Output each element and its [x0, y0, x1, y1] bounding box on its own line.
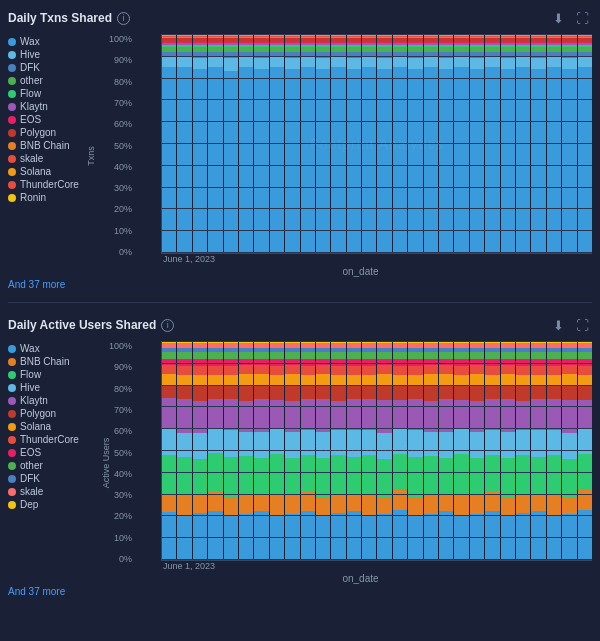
chart2-x-first-label: June 1, 2023	[161, 561, 215, 571]
list-item	[454, 400, 468, 429]
list-item	[501, 374, 515, 385]
list-item	[454, 352, 468, 359]
list-item	[224, 352, 238, 359]
list-item	[454, 375, 468, 386]
list-item	[470, 359, 484, 366]
list-item	[347, 457, 361, 493]
table-row	[331, 34, 345, 253]
list-item	[254, 399, 268, 432]
legend-item: EOS	[8, 447, 103, 458]
legend-item: ThunderCore	[8, 179, 103, 190]
legend-item: Flow	[8, 369, 103, 380]
charts-divider	[8, 302, 592, 303]
list-item	[408, 366, 422, 375]
list-item	[454, 429, 468, 454]
list-item	[470, 458, 484, 496]
list-item	[301, 359, 315, 366]
list-item	[331, 493, 345, 513]
list-item	[316, 516, 330, 560]
table-row	[177, 341, 191, 560]
list-item	[454, 386, 468, 400]
list-item	[485, 455, 499, 491]
list-item	[177, 352, 191, 359]
chart2-legend: WaxBNB ChainFlowHiveKlaytnPolygonSolanaT…	[8, 341, 103, 584]
list-item	[224, 375, 238, 386]
table-row	[162, 341, 176, 560]
legend-dot	[8, 129, 16, 137]
chart2-and-more[interactable]: And 37 more	[8, 584, 592, 601]
list-item	[393, 510, 407, 560]
list-item	[547, 455, 561, 495]
legend-label: Solana	[20, 166, 51, 177]
chart1-and-more[interactable]: And 37 more	[8, 277, 592, 294]
list-item	[208, 453, 222, 491]
list-item	[270, 454, 284, 495]
legend-label: Polygon	[20, 408, 56, 419]
list-item	[362, 430, 376, 455]
list-item	[377, 497, 391, 515]
list-item	[193, 433, 207, 460]
chart2-expand-icon[interactable]: ⛶	[572, 315, 592, 335]
list-item	[177, 515, 191, 560]
chart1-area: WaxHiveDFKotherFlowKlaytnEOSPolygonBNB C…	[8, 34, 592, 277]
table-row	[239, 341, 253, 560]
chart2-download-icon[interactable]: ⬇	[548, 315, 568, 335]
list-item	[393, 429, 407, 454]
list-item	[285, 458, 299, 496]
chart1-download-icon[interactable]: ⬇	[548, 8, 568, 28]
table-row	[531, 341, 545, 560]
list-item	[562, 385, 576, 400]
legend-item: DFK	[8, 62, 103, 73]
list-item	[239, 374, 253, 385]
list-item	[531, 375, 545, 386]
list-item	[301, 67, 315, 253]
list-item	[531, 430, 545, 457]
list-item	[377, 400, 391, 433]
list-item	[347, 58, 361, 69]
list-item	[254, 359, 268, 366]
chart1-expand-icon[interactable]: ⛶	[572, 8, 592, 28]
list-item	[424, 514, 438, 560]
table-row	[377, 34, 391, 253]
list-item	[516, 455, 530, 493]
chart2-x-axis-row: June 1, 2023	[161, 561, 592, 571]
list-item	[485, 67, 499, 253]
list-item	[331, 430, 345, 455]
list-item	[162, 374, 176, 385]
legend-dot	[8, 181, 16, 189]
list-item	[270, 400, 284, 429]
list-item	[177, 433, 191, 458]
list-item	[470, 69, 484, 253]
list-item	[177, 359, 191, 366]
list-item	[177, 386, 191, 399]
legend-label: Flow	[20, 88, 41, 99]
list-item	[224, 71, 238, 253]
list-item	[377, 365, 391, 374]
legend-label: Polygon	[20, 127, 56, 138]
list-item	[224, 430, 238, 457]
list-item	[439, 385, 453, 398]
list-item	[301, 430, 315, 455]
legend-item: Dep	[8, 499, 103, 510]
legend-dot	[8, 358, 16, 366]
list-item	[439, 432, 453, 459]
list-item	[424, 365, 438, 374]
table-row	[208, 341, 222, 560]
legend-label: Dep	[20, 499, 38, 510]
list-item	[224, 497, 238, 515]
legend-item: Flow	[8, 88, 103, 99]
legend-label: DFK	[20, 62, 40, 73]
chart2-info-icon[interactable]: i	[161, 319, 174, 332]
list-item	[347, 493, 361, 511]
list-item	[454, 495, 468, 515]
list-item	[362, 375, 376, 386]
list-item	[485, 56, 499, 67]
legend-item: Ronin	[8, 192, 103, 203]
list-item	[316, 374, 330, 385]
chart1-info-icon[interactable]: i	[117, 12, 130, 25]
chart1-right: Txns 0%10%20%30%40%50%60%70%80%90%100% F…	[103, 34, 592, 277]
list-item	[239, 456, 253, 494]
list-item	[362, 495, 376, 515]
legend-dot	[8, 384, 16, 392]
list-item	[331, 56, 345, 67]
